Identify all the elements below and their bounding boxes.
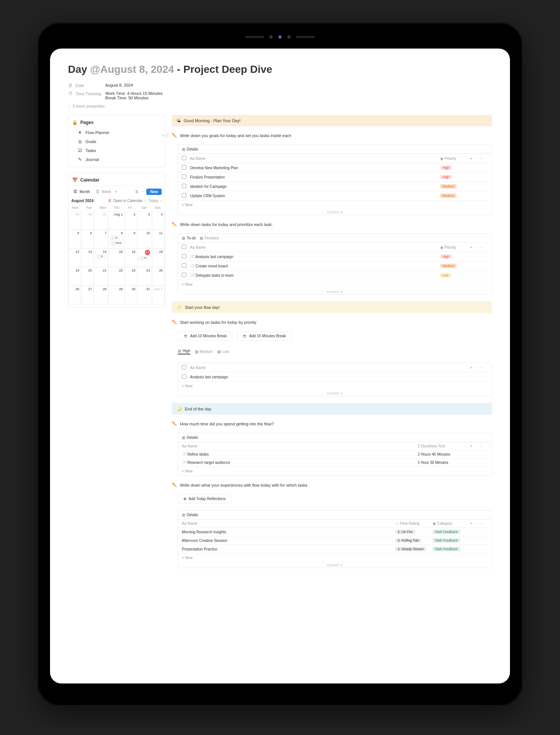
cal-cell[interactable]: 31 (137, 286, 152, 304)
add-10-min-break-button[interactable]: ☕Add 10 Minutes Break (178, 331, 232, 341)
cal-event[interactable]: 📄 D… (96, 254, 106, 259)
tab-details[interactable]: ▦Details (182, 513, 198, 517)
cal-cell[interactable]: 29 (68, 211, 81, 230)
add-column-icon[interactable]: + (470, 444, 479, 448)
checkbox[interactable] (182, 254, 186, 258)
table-row[interactable]: 📄 Research target audience 1 Hour 30 Min… (178, 459, 492, 467)
cal-cell[interactable]: 3 (137, 211, 152, 230)
sort-icon[interactable]: ⇅ (135, 189, 139, 194)
cal-cell[interactable]: 7 (94, 230, 108, 248)
next-month[interactable]: › (161, 199, 162, 203)
table-row[interactable]: Analysis last campaign (178, 372, 492, 382)
cal-cell[interactable]: 29 (108, 286, 124, 304)
col-name[interactable]: Aa Name (182, 444, 418, 448)
cal-cell[interactable]: 13 (81, 248, 94, 267)
checkbox-header-icon[interactable] (182, 365, 186, 369)
property-time-tracking[interactable]: ⏱Time Tracking Work Time: 4 Hours 15 Min… (68, 90, 492, 102)
property-date[interactable]: 🗓Date August 8, 2024 (68, 81, 492, 90)
col-category[interactable]: ◉ Category (433, 521, 470, 525)
add-column-icon[interactable]: + (470, 245, 479, 249)
table-row[interactable]: Morning Research Insights 2- On Fire Tas… (178, 528, 492, 536)
tab-low[interactable]: ▦Low (217, 349, 229, 354)
page-journal[interactable]: ✎ Journal (68, 155, 165, 164)
cal-cell[interactable]: 21 (94, 267, 108, 286)
more-properties[interactable]: ⌄ 3 more properties (68, 102, 492, 115)
table-row[interactable]: Ideation for Campaign Medium (178, 182, 492, 191)
block-handle-icon[interactable]: + ⠿ (162, 133, 169, 138)
cal-cell[interactable]: 12 (68, 248, 81, 267)
add-new-row[interactable]: + New (178, 382, 492, 390)
more-icon[interactable]: ··· (479, 444, 488, 448)
cal-event[interactable]: 📄 D… (139, 256, 150, 260)
cal-cell[interactable]: 8📄 D…📄 Deve (108, 230, 124, 248)
tab-month[interactable]: 🗓Month (71, 187, 91, 196)
cal-cell[interactable]: 5 (68, 230, 81, 248)
tab-high[interactable]: ▦High (178, 349, 190, 354)
cal-cell[interactable]: 27 (81, 286, 94, 304)
cal-cell[interactable]: 31 (94, 211, 108, 230)
table-row[interactable]: Develop New Marketing Plan High (178, 163, 492, 173)
add-column-icon[interactable]: + (470, 156, 479, 161)
cal-cell[interactable]: 22 (108, 267, 124, 286)
cal-cell[interactable]: 24 (137, 267, 152, 286)
cal-cell[interactable]: 20 (81, 267, 94, 286)
add-reflections-button[interactable]: ⊕Add Today Reflections (178, 494, 231, 503)
cal-cell[interactable]: 25 (152, 267, 165, 286)
col-name[interactable]: Aa Name (190, 156, 440, 161)
checkbox[interactable] (182, 193, 186, 198)
add-view-icon[interactable]: + (115, 189, 117, 194)
cal-cell[interactable]: 26 (68, 286, 81, 304)
today-button[interactable]: Today (148, 199, 158, 203)
add-new-row[interactable]: + New (178, 280, 492, 289)
table-row[interactable]: Presentation Practice 4- Steady Stream T… (178, 545, 492, 553)
add-15-min-break-button[interactable]: ☕Add 15 Minutes Break (237, 331, 291, 341)
table-row[interactable]: 📄 Delegate tasks to team Low (178, 271, 492, 280)
cal-cell[interactable]: 19 (68, 267, 81, 286)
col-name[interactable]: Aa Name (182, 521, 395, 525)
checkbox[interactable] (182, 165, 186, 170)
cal-cell[interactable]: 23 (125, 267, 137, 286)
more-icon[interactable]: ··· (479, 156, 488, 161)
prev-month[interactable]: ‹ (145, 199, 146, 203)
checkbox[interactable] (182, 174, 186, 179)
page-tasks[interactable]: ☑ Tasks (68, 146, 165, 155)
cal-cell[interactable]: Aug 1 (108, 211, 124, 230)
table-row[interactable]: Finalize Presentation High (178, 173, 492, 182)
table-row[interactable]: Update CRM System Medium (178, 191, 492, 201)
more-icon[interactable]: ··· (141, 189, 144, 194)
col-priority[interactable]: ◉ Priority (440, 245, 470, 249)
tab-todo[interactable]: ▦To-do (182, 236, 196, 240)
page-goals[interactable]: ◎ Goals (68, 137, 165, 146)
col-name[interactable]: Aa Name (190, 366, 470, 370)
cal-cell[interactable]: 9 (125, 230, 137, 248)
tab-details[interactable]: ▦Details (182, 435, 198, 440)
cal-cell[interactable]: Sep 1 (152, 286, 165, 304)
cal-event[interactable]: 📄 D… (110, 236, 122, 240)
table-row[interactable]: 📄 Refine slides 2 Hours 45 Minutes (178, 450, 492, 459)
cal-event[interactable]: 📄 Deve (110, 241, 122, 245)
col-priority[interactable]: ◉ Priority (440, 156, 470, 161)
cal-cell[interactable]: 4 (152, 211, 165, 230)
new-button[interactable]: New (146, 189, 162, 195)
tab-finished[interactable]: ▦Finished (200, 236, 219, 240)
col-name[interactable]: Aa Name (190, 245, 440, 249)
page-flow-planner[interactable]: ✶ Flow Planner (68, 128, 165, 137)
cal-cell[interactable]: 18 (152, 248, 165, 267)
checkbox-header-icon[interactable] (182, 245, 186, 249)
cal-cell[interactable]: 17📄 D… (137, 248, 152, 267)
checkbox[interactable] (182, 184, 186, 188)
add-column-icon[interactable]: + (470, 366, 479, 370)
checkbox[interactable] (182, 273, 186, 277)
checkbox[interactable] (182, 263, 186, 268)
more-icon[interactable]: ··· (479, 245, 488, 249)
checkbox-header-icon[interactable] (182, 156, 186, 160)
cal-cell[interactable]: 28 (94, 286, 108, 304)
table-row[interactable]: Afternoon Creative Session 3- Rolling Ti… (178, 536, 492, 545)
tab-details[interactable]: ▦Details (182, 147, 198, 151)
more-icon[interactable]: ··· (479, 521, 488, 525)
cal-cell[interactable]: 15 (108, 248, 124, 267)
date-mention[interactable]: @August 8, 2024 (90, 63, 174, 75)
add-new-row[interactable]: + New (178, 201, 492, 209)
cal-cell[interactable]: 30 (81, 211, 94, 230)
col-duration[interactable]: Σ Durations-Text (418, 444, 470, 448)
